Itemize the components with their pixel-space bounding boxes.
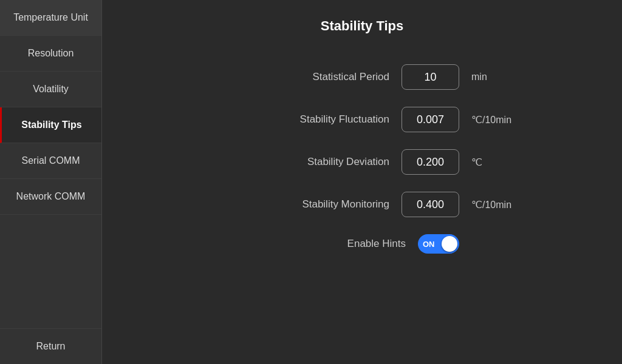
return-label: Return bbox=[36, 341, 65, 352]
toggle-track: ON bbox=[418, 234, 459, 254]
sidebar: Temperature UnitResolutionVolatilityStab… bbox=[0, 0, 102, 364]
setting-input-stability-fluctuation[interactable] bbox=[402, 107, 459, 132]
setting-unit-statistical-period: min bbox=[471, 72, 520, 83]
sidebar-item-resolution[interactable]: Resolution bbox=[0, 36, 101, 72]
sidebar-item-serial-comm[interactable]: Serial COMM bbox=[0, 143, 101, 179]
sidebar-item-label-resolution: Resolution bbox=[28, 48, 74, 59]
page-title: Stability Tips bbox=[321, 18, 404, 34]
setting-label-stability-monitoring: Stability Monitoring bbox=[268, 198, 389, 211]
sidebar-item-label-volatility: Volatility bbox=[33, 84, 69, 95]
sidebar-item-label-temperature-unit: Temperature Unit bbox=[13, 12, 88, 23]
setting-label-stability-fluctuation: Stability Fluctuation bbox=[268, 113, 389, 126]
setting-label-statistical-period: Statistical Period bbox=[268, 71, 389, 83]
sidebar-item-label-serial-comm: Serial COMM bbox=[21, 155, 80, 166]
sidebar-spacer bbox=[0, 215, 101, 328]
sidebar-item-return[interactable]: Return bbox=[0, 328, 101, 364]
sidebar-item-temperature-unit[interactable]: Temperature Unit bbox=[0, 0, 101, 36]
toggle-thumb bbox=[442, 236, 457, 252]
setting-input-stability-monitoring[interactable] bbox=[402, 192, 459, 217]
sidebar-item-label-network-comm: Network COMM bbox=[16, 191, 86, 202]
settings-area: Statistical PeriodminStability Fluctuati… bbox=[204, 64, 520, 254]
setting-input-statistical-period[interactable] bbox=[402, 64, 459, 90]
setting-unit-stability-fluctuation: ℃/10min bbox=[471, 114, 520, 126]
setting-row-stability-deviation: Stability Deviation℃ bbox=[204, 149, 520, 175]
sidebar-item-volatility[interactable]: Volatility bbox=[0, 72, 101, 107]
main-content: Stability Tips Statistical PeriodminStab… bbox=[102, 0, 622, 364]
sidebar-item-stability-tips[interactable]: Stability Tips bbox=[0, 107, 101, 143]
setting-label-stability-deviation: Stability Deviation bbox=[268, 156, 389, 168]
setting-row-stability-monitoring: Stability Monitoring℃/10min bbox=[204, 192, 520, 217]
setting-row-statistical-period: Statistical Periodmin bbox=[204, 64, 520, 90]
toggle-label: ON bbox=[423, 240, 435, 249]
enable-hints-label: Enable Hints bbox=[284, 238, 406, 250]
setting-unit-stability-deviation: ℃ bbox=[471, 157, 520, 168]
setting-row-stability-fluctuation: Stability Fluctuation℃/10min bbox=[204, 107, 520, 132]
setting-unit-stability-monitoring: ℃/10min bbox=[471, 199, 520, 211]
setting-input-stability-deviation[interactable] bbox=[402, 149, 459, 175]
sidebar-item-label-stability-tips: Stability Tips bbox=[21, 120, 81, 130]
sidebar-item-network-comm[interactable]: Network COMM bbox=[0, 179, 101, 215]
enable-hints-toggle[interactable]: ON bbox=[418, 234, 459, 254]
setting-row-enable-hints: Enable HintsON bbox=[204, 234, 520, 254]
